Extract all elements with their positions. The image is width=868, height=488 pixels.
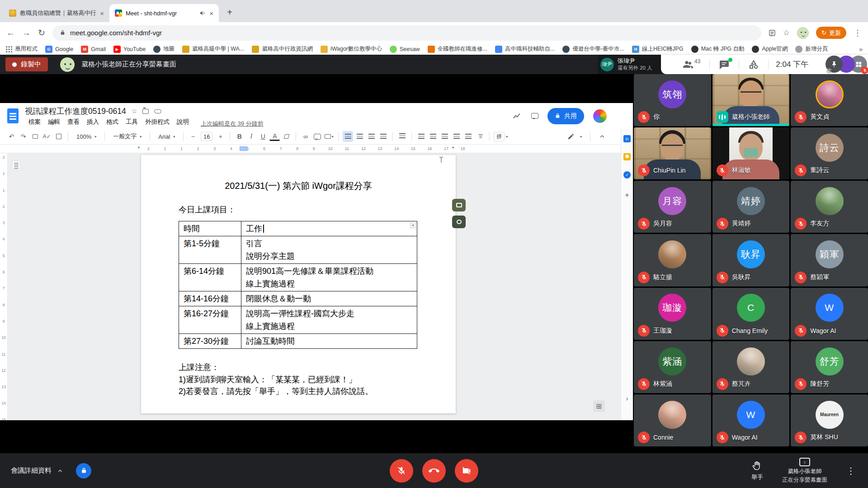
star-icon[interactable]: ☆ bbox=[132, 108, 137, 115]
tasks-icon[interactable]: ✓ bbox=[623, 171, 631, 178]
participant-tile[interactable]: 月容吳月容 bbox=[634, 181, 711, 233]
more-options-icon[interactable]: ⋮ bbox=[846, 465, 855, 476]
tab-audio-icon[interactable] bbox=[199, 10, 206, 16]
raise-hand-button[interactable]: 舉手 bbox=[751, 460, 763, 481]
participant-tile[interactable]: WWagor AI bbox=[712, 394, 790, 446]
self-view-cluster[interactable]: 你 bbox=[826, 56, 868, 74]
close-tab-icon[interactable]: × bbox=[209, 10, 213, 17]
bookmark-item[interactable]: MGmail bbox=[81, 46, 106, 53]
participant-tile[interactable]: 葳格小張老師 bbox=[712, 74, 790, 126]
participants-overflow-chip[interactable]: 瑋尹 張瑋尹 還有另外 20 人 bbox=[598, 55, 661, 74]
bookmark-item[interactable]: Mac 轉 JPG 自動 bbox=[691, 45, 745, 53]
participant-tile[interactable]: 靖婷黃靖婷 bbox=[712, 181, 790, 233]
participant-tile[interactable]: 紫涵林紫涵 bbox=[634, 341, 711, 393]
doc-note-line[interactable]: 1)遲到請到聊天室輸入：「某某某，已經到課！」 bbox=[179, 374, 456, 386]
doc-table-cell[interactable]: 說明高一彈性課程-國寫大步走 線上實施過程 bbox=[241, 306, 417, 334]
italic-button[interactable]: I bbox=[246, 131, 256, 142]
collapse-toolbar-icon[interactable] bbox=[599, 133, 606, 140]
new-tab-button[interactable]: + bbox=[223, 6, 236, 19]
doc-table-cell[interactable]: 說明901高一先修課＆畢業課程活動 線上實施過程 bbox=[241, 264, 417, 291]
docs-menu-item[interactable]: 檔案 bbox=[25, 118, 44, 126]
participant-tile[interactable]: 耿昇吳耿昇 bbox=[712, 234, 790, 286]
doc-table-cell[interactable]: 時間 bbox=[179, 221, 241, 236]
account-avatar[interactable] bbox=[593, 109, 607, 123]
participant-tile[interactable]: 李友方 bbox=[791, 181, 868, 233]
indent-decrease-icon[interactable] bbox=[451, 131, 462, 142]
doc-table-cell[interactable]: 第1-5分鐘 bbox=[179, 236, 241, 264]
underline-button[interactable]: U bbox=[258, 131, 268, 142]
bold-button[interactable]: B bbox=[234, 131, 245, 142]
camera-toggle-button[interactable] bbox=[455, 459, 478, 483]
meeting-details-button[interactable]: 會議詳細資料 bbox=[11, 466, 63, 475]
bulleted-list-icon[interactable] bbox=[428, 131, 438, 142]
participant-tile[interactable]: 黃文貞 bbox=[791, 74, 868, 126]
participant-tile[interactable]: Connie bbox=[634, 394, 711, 446]
bookmark-item[interactable]: ▶YouTube bbox=[113, 46, 146, 53]
participant-tile[interactable]: 駱立揚 bbox=[634, 234, 711, 286]
bookmark-item[interactable]: GGoogle bbox=[45, 46, 73, 53]
participant-tile[interactable]: 林淑敏 bbox=[712, 127, 790, 179]
checklist-icon[interactable] bbox=[416, 131, 426, 142]
chat-button[interactable] bbox=[710, 59, 739, 70]
page-action-icon[interactable] bbox=[769, 29, 776, 37]
undo-icon[interactable]: ↶ bbox=[6, 131, 17, 142]
paint-format-icon[interactable] bbox=[53, 131, 64, 142]
document-page[interactable]: 2021/5/31(一) 第六節 iWgor課程分享 今日上課項目： 時間工作第… bbox=[141, 155, 456, 413]
docs-menu-item[interactable]: 工具 bbox=[122, 118, 142, 126]
presenting-status[interactable]: ↑ 葳格小張老師 正在分享螢幕畫面 bbox=[782, 458, 827, 483]
docs-menu-item[interactable]: 編輯 bbox=[44, 118, 64, 126]
spellcheck-icon[interactable]: A✓ bbox=[42, 131, 52, 142]
share-overlay-button-2[interactable] bbox=[452, 216, 466, 228]
explore-button[interactable]: ⊞ bbox=[593, 400, 605, 412]
side-panel-collapse-icon[interactable]: › bbox=[626, 394, 628, 402]
styles-select[interactable]: 一般文字▾ bbox=[109, 131, 146, 142]
participant-tile[interactable]: CChang Emily bbox=[712, 288, 790, 340]
participant-tile[interactable]: 穎軍蔡穎軍 bbox=[791, 234, 868, 286]
font-size-decrease[interactable]: − bbox=[188, 131, 198, 142]
address-bar[interactable]: meet.google.com/sht-hdmf-vgr bbox=[52, 25, 761, 41]
bookmark-star-icon[interactable]: ☆ bbox=[783, 28, 790, 38]
share-overlay-button-1[interactable] bbox=[452, 199, 466, 211]
bookmark-item[interactable]: 葳格高級中學 | WA... bbox=[182, 45, 244, 53]
doc-note-line[interactable]: 上課注意： bbox=[179, 361, 456, 374]
zoom-select[interactable]: 100%▾ bbox=[72, 131, 100, 142]
leave-call-button[interactable] bbox=[422, 459, 446, 483]
doc-notes[interactable]: 上課注意：1)遲到請到聊天室輸入：「某某某，已經到課！」2)若要發言，請先按「舉… bbox=[179, 361, 456, 398]
docs-menu-item[interactable]: 插入 bbox=[83, 118, 103, 126]
share-button[interactable]: 共用 bbox=[547, 108, 584, 124]
last-edit-link[interactable]: 上次編輯是在 39 分鐘前 bbox=[201, 120, 264, 128]
participant-tile[interactable]: 蔡芃卉 bbox=[712, 341, 790, 393]
indent-increase-icon[interactable] bbox=[463, 131, 473, 142]
doc-table-cell[interactable]: 討論互動時間 bbox=[241, 334, 417, 349]
participant-tile[interactable]: ChiuPin Lin bbox=[634, 127, 711, 179]
close-tab-icon[interactable]: × bbox=[100, 10, 104, 17]
redo-icon[interactable]: ↷ bbox=[18, 131, 28, 142]
bookmark-item[interactable]: H線上HEIC轉JPG bbox=[632, 45, 684, 53]
doc-table-cell[interactable]: 閉眼休息＆動一動 bbox=[241, 291, 417, 306]
font-select[interactable]: Arial▾ bbox=[154, 131, 179, 142]
doc-table-cell[interactable]: 第14-16分鐘 bbox=[179, 291, 241, 306]
doc-heading[interactable]: 2021/5/31(一) 第六節 iWgor課程分享 bbox=[141, 155, 456, 192]
browser-profile-avatar[interactable] bbox=[797, 27, 809, 39]
comment-icon[interactable] bbox=[531, 113, 538, 119]
back-button[interactable]: ← bbox=[6, 28, 15, 37]
participant-tile[interactable]: 詩云董詩云 bbox=[791, 127, 868, 179]
bookmark-item[interactable]: iWagor數位教學中心 bbox=[321, 45, 382, 53]
reload-button[interactable]: ↻ bbox=[38, 28, 45, 37]
insert-image-icon[interactable]: ▾ bbox=[324, 131, 334, 142]
table-menu-icon[interactable]: ▾ bbox=[410, 222, 416, 228]
participant-tile[interactable]: 舒芳陳舒芳 bbox=[791, 341, 868, 393]
doc-note-line[interactable]: 2)若要發言，請先按「舉手」，等到主持人請你說話。 bbox=[179, 385, 456, 398]
line-spacing-icon[interactable] bbox=[397, 131, 407, 142]
doc-title[interactable]: 視訊課程工作進度0519-0614 bbox=[25, 106, 126, 117]
doc-table-cell[interactable]: 工作 bbox=[241, 221, 417, 236]
clear-format-icon[interactable]: T̸ bbox=[475, 131, 485, 142]
print-icon[interactable] bbox=[30, 131, 40, 142]
docs-menu-item[interactable]: 格式 bbox=[103, 118, 122, 126]
bookmark-item[interactable]: Apple官網 bbox=[752, 45, 788, 53]
forward-button[interactable]: → bbox=[22, 28, 31, 37]
browser-tab-meet[interactable]: Meet - sht-hdmf-vgr × bbox=[109, 4, 219, 22]
activities-button[interactable] bbox=[739, 59, 768, 70]
align-left-icon[interactable] bbox=[343, 131, 353, 142]
bookmark-item[interactable]: 應用程式 bbox=[5, 45, 38, 53]
